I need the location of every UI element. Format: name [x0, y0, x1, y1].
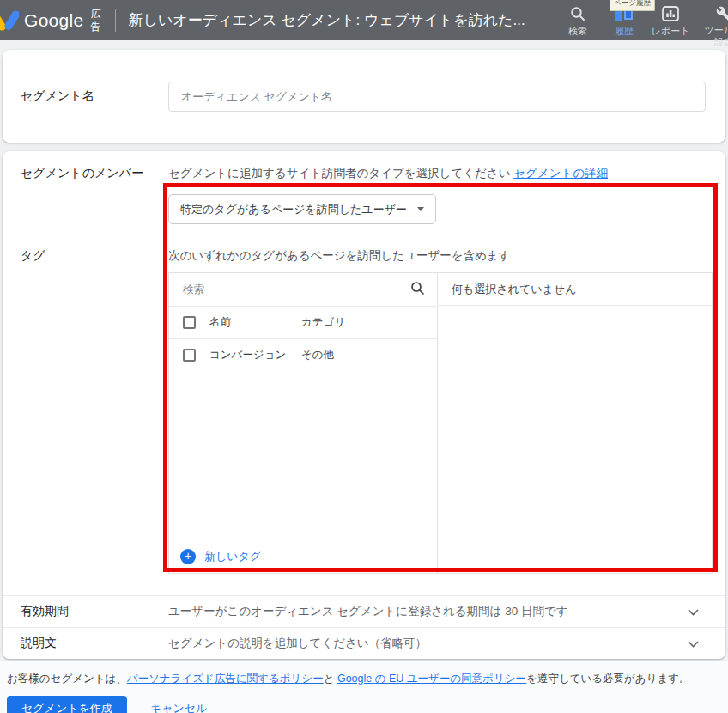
ads-triangle-icon [0, 9, 19, 32]
tags-row: タグ 次のいずれかのタグがあるページを訪問したユーザーを含めます [3, 248, 725, 574]
magnifier-icon [410, 281, 425, 299]
tag-search-input[interactable] [183, 283, 410, 296]
segment-name-label: セグメント名 [21, 88, 168, 104]
nav-search[interactable]: 検索 [555, 4, 601, 49]
google-wordmark: Google [24, 10, 84, 31]
segment-name-input[interactable] [168, 82, 706, 112]
footer-actions: セグメントを作成 キャンセル [7, 696, 721, 713]
ads-wordmark: 広告 [91, 8, 103, 33]
header-divider [115, 9, 116, 32]
search-icon [570, 4, 585, 21]
plus-icon: + [180, 549, 196, 564]
membership-duration-label: 有効期間 [21, 604, 168, 619]
select-all-checkbox[interactable] [183, 316, 196, 329]
tag-table-row[interactable]: コンバージョン その他 [169, 338, 437, 371]
google-ads-logo[interactable]: Google 広告 [0, 8, 103, 33]
page-title: 新しいオーディエンス セグメント: ウェブサイトを訪れた... [129, 10, 525, 30]
members-row: セグメントのメンバー セグメントに追加するサイト訪問者のタイプを選択してください… [3, 166, 725, 224]
dropdown-caret-icon [417, 207, 424, 211]
segment-name-section: セグメント名 [3, 50, 725, 143]
page-footer: お客様のセグメントは、パーソナライズド広告に関するポリシーと Google の … [0, 661, 728, 713]
tags-description: 次のいずれかのタグがあるページを訪問したユーザーを含めます [168, 248, 706, 264]
description-value: セグメントの説明を追加してください（省略可） [168, 636, 688, 651]
segment-settings-section: セグメントのメンバー セグメントに追加するサイト訪問者のタイプを選択してください… [3, 151, 725, 659]
personalized-ads-policy-link[interactable]: パーソナライズド広告に関するポリシー [127, 673, 324, 685]
members-label: セグメントのメンバー [21, 166, 168, 224]
chevron-down-icon [688, 604, 699, 619]
new-tag-button[interactable]: + 新しいタグ [169, 539, 437, 573]
tag-search-row [169, 273, 437, 306]
chevron-down-icon [688, 636, 699, 651]
tag-table-header: 名前 カテゴリ [169, 306, 437, 338]
wrench-icon [716, 4, 728, 21]
cancel-button[interactable]: キャンセル [150, 701, 208, 713]
bar-chart-icon [662, 4, 679, 21]
policy-notice: お客様のセグメントは、パーソナライズド広告に関するポリシーと Google の … [7, 672, 721, 686]
tag-list-empty-space [169, 371, 437, 539]
page-history-tooltip: ページ履歴 [610, 0, 655, 11]
create-segment-button[interactable]: セグメントを作成 [7, 696, 127, 713]
row-checkbox[interactable] [183, 349, 196, 362]
members-description: セグメントに追加するサイト訪問者のタイプを選択してください セグメントの詳細 [168, 166, 706, 181]
membership-duration-value: ユーザーがこのオーディエンス セグメントに登録される期間は 30 日間です [168, 604, 688, 619]
tag-picker: 名前 カテゴリ コンバージョン その他 + 新しいタグ 何も選択さ [168, 272, 713, 574]
tag-picker-list: 名前 カテゴリ コンバージョン その他 + 新しいタグ [169, 273, 438, 573]
membership-duration-row[interactable]: 有効期間 ユーザーがこのオーディエンス セグメントに登録される期間は 30 日間… [3, 595, 725, 627]
eu-consent-policy-link[interactable]: Google の EU ユーザーの同意ポリシー [337, 673, 526, 685]
segment-details-link[interactable]: セグメントの詳細 [513, 167, 608, 180]
nav-tools-settings[interactable]: ツールと設定 [694, 4, 728, 49]
selected-tags-panel: 何も選択されていません [438, 273, 712, 573]
description-label: 説明文 [21, 636, 168, 651]
empty-selection-message: 何も選択されていません [438, 273, 712, 306]
visitor-type-dropdown[interactable]: 特定のタグがあるページを訪問したユーザー [168, 194, 436, 224]
app-header: Google 広告 新しいオーディエンス セグメント: ウェブサイトを訪れた..… [0, 0, 728, 40]
description-row[interactable]: 説明文 セグメントの説明を追加してください（省略可） [3, 627, 725, 659]
tags-label: タグ [21, 248, 168, 574]
